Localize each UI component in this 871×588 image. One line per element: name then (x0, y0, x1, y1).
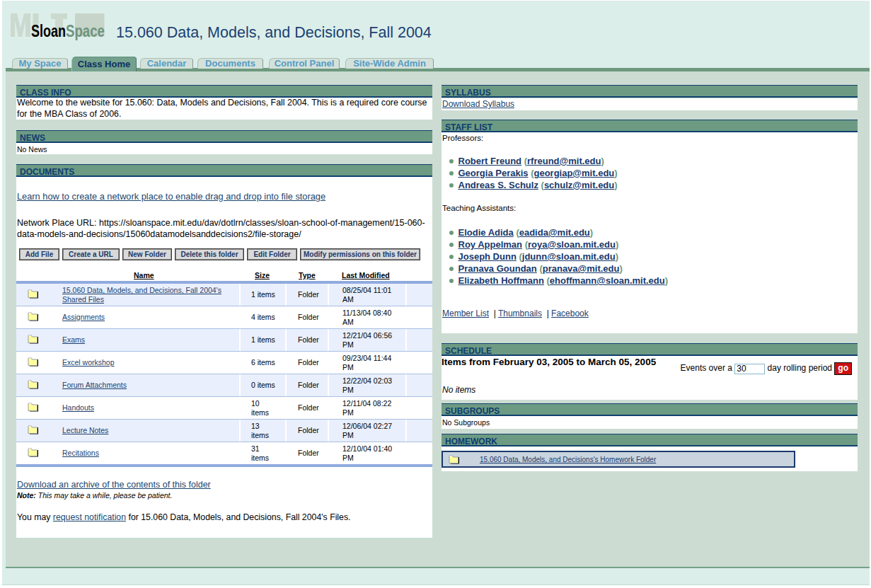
svg-text:Sloan: Sloan (31, 22, 66, 40)
svg-text:Space: Space (66, 22, 105, 40)
